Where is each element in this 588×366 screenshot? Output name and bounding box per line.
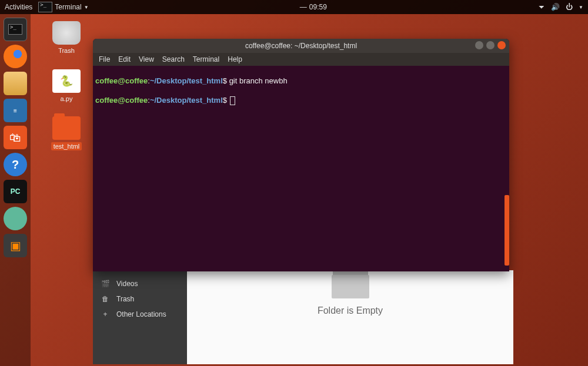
- trash-icon: [52, 21, 81, 45]
- files-window: 🎬 Videos 🗑 Trash + Other Locations Folde…: [93, 270, 513, 364]
- menu-file[interactable]: File: [99, 55, 110, 63]
- window-minimize-button[interactable]: [475, 41, 483, 49]
- system-menu-chevron-icon[interactable]: ▼: [579, 5, 583, 10]
- terminal-scrollbar[interactable]: [505, 195, 509, 266]
- power-icon[interactable]: ⏻: [566, 3, 573, 11]
- menu-search[interactable]: Search: [162, 55, 185, 63]
- terminal-cursor: [230, 97, 235, 105]
- network-icon[interactable]: ⏷: [538, 3, 545, 11]
- clock-time: 09:59: [309, 3, 327, 11]
- dock-firefox[interactable]: [4, 45, 27, 68]
- files-sidebar: 🎬 Videos 🗑 Trash + Other Locations: [93, 270, 187, 364]
- terminal-line: coffee@coffee:~/Desktop/test_html$ git b…: [95, 67, 507, 86]
- videos-icon: 🎬: [101, 280, 109, 288]
- empty-folder-icon: [333, 270, 368, 298]
- terminal-line: coffee@coffee:~/Desktop/test_html$: [95, 86, 507, 106]
- sidebar-other-label: Other Locations: [116, 310, 166, 318]
- desktop-folder-label: test_html: [51, 142, 82, 150]
- prompt-dollar: $: [223, 76, 229, 85]
- sidebar-item-videos[interactable]: 🎬 Videos: [93, 276, 187, 291]
- app-menu-label: Terminal: [55, 3, 81, 11]
- plus-icon: +: [101, 310, 109, 318]
- app-menu[interactable]: Terminal ▼: [38, 2, 88, 12]
- folder-empty-text: Folder is Empty: [318, 305, 383, 316]
- prompt-path: ~/Desktop/test_html: [150, 76, 223, 85]
- files-content: Folder is Empty: [187, 270, 513, 364]
- dock-ubuntu-software[interactable]: 🛍: [4, 126, 27, 149]
- desktop-trash-label: Trash: [58, 47, 75, 54]
- volume-icon[interactable]: 🔊: [551, 3, 560, 11]
- terminal-title: coffee@coffee: ~/Desktop/test_html: [245, 42, 357, 50]
- dock-atom[interactable]: [4, 207, 27, 230]
- chevron-down-icon: ▼: [84, 5, 89, 10]
- sidebar-item-trash[interactable]: 🗑 Trash: [93, 291, 187, 307]
- terminal-body[interactable]: coffee@coffee:~/Desktop/test_html$ git b…: [93, 66, 509, 271]
- launcher-dock: ≡ 🛍 ? PC ▣: [0, 14, 31, 366]
- terminal-titlebar[interactable]: coffee@coffee: ~/Desktop/test_html: [93, 39, 509, 53]
- clock[interactable]: — 09:59: [300, 3, 327, 11]
- prompt-path: ~/Desktop/test_html: [150, 96, 223, 105]
- gnome-topbar: Activities Terminal ▼ — 09:59 ⏷ 🔊 ⏻ ▼: [0, 0, 588, 14]
- menu-edit[interactable]: Edit: [118, 55, 131, 63]
- dock-archive-manager[interactable]: [4, 72, 27, 95]
- sidebar-videos-label: Videos: [116, 280, 138, 288]
- menu-view[interactable]: View: [139, 55, 154, 63]
- dock-pycharm[interactable]: PC: [4, 180, 27, 203]
- terminal-command: git branch newbh: [229, 76, 288, 85]
- desktop-trash[interactable]: Trash: [46, 21, 87, 54]
- terminal-window: coffee@coffee: ~/Desktop/test_html File …: [93, 39, 509, 271]
- python-file-icon: 🐍: [52, 69, 81, 93]
- activities-button[interactable]: Activities: [5, 3, 32, 11]
- dock-sublime[interactable]: ▣: [4, 234, 27, 257]
- sidebar-item-other-locations[interactable]: + Other Locations: [93, 307, 187, 322]
- trash-icon: 🗑: [101, 295, 109, 303]
- terminal-menubar: File Edit View Search Terminal Help: [93, 53, 509, 66]
- desktop-apy-label: a.py: [61, 95, 73, 102]
- prompt-dollar: $: [223, 96, 229, 105]
- window-maximize-button[interactable]: [486, 41, 495, 49]
- terminal-icon: [8, 24, 22, 35]
- dock-terminal[interactable]: [4, 18, 27, 41]
- folder-icon: [52, 116, 81, 140]
- activities-label: Activities: [5, 3, 32, 11]
- sidebar-trash-label: Trash: [116, 295, 134, 303]
- dock-libreoffice-writer[interactable]: ≡: [4, 99, 27, 122]
- clock-dash: —: [300, 3, 307, 11]
- prompt-user: coffee@coffee: [95, 96, 148, 105]
- window-close-button[interactable]: [497, 41, 506, 49]
- terminal-icon: [38, 2, 52, 12]
- prompt-user: coffee@coffee: [95, 76, 148, 85]
- menu-terminal[interactable]: Terminal: [193, 55, 219, 63]
- menu-help[interactable]: Help: [228, 55, 242, 63]
- desktop-file-apy[interactable]: 🐍 a.py: [46, 69, 87, 102]
- dock-help[interactable]: ?: [4, 153, 27, 176]
- desktop-folder-testhtml[interactable]: test_html: [46, 116, 87, 150]
